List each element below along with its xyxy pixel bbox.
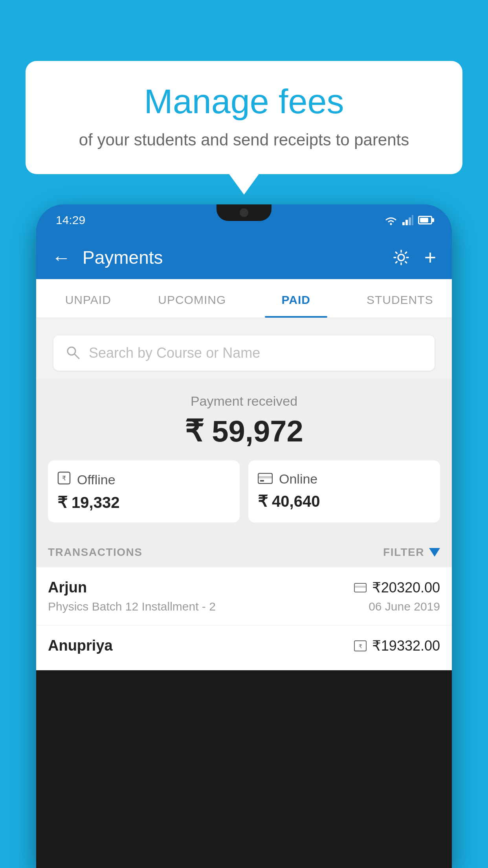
transaction-amount-wrap: ₹ ₹19332.00 xyxy=(354,638,440,654)
svg-text:₹: ₹ xyxy=(358,643,362,649)
phone-screen: UNPAID UPCOMING PAID STUDENTS xyxy=(36,279,452,670)
phone-frame: 14:29 ← Pay xyxy=(36,204,452,868)
svg-rect-12 xyxy=(260,480,264,482)
tabs-bar: UNPAID UPCOMING PAID STUDENTS xyxy=(36,279,452,318)
transactions-label: TRANSACTIONS xyxy=(48,546,142,559)
svg-text:₹: ₹ xyxy=(62,475,66,482)
bubble-title: Manage fees xyxy=(49,83,439,121)
transaction-name: Arjun xyxy=(48,579,87,596)
payment-summary: Payment received ₹ 59,972 ₹ Offline xyxy=(36,379,452,534)
app-header: ← Payments + xyxy=(36,236,452,279)
speech-bubble: Manage fees of your students and send re… xyxy=(26,61,462,174)
transaction-date: 06 June 2019 xyxy=(369,600,440,613)
search-bar[interactable]: Search by Course or Name xyxy=(53,335,435,371)
tab-paid[interactable]: PAID xyxy=(244,279,348,318)
status-time: 14:29 xyxy=(56,213,85,227)
offline-label: Offline xyxy=(77,472,116,487)
back-button[interactable]: ← xyxy=(52,247,71,268)
battery-icon xyxy=(418,216,432,224)
search-placeholder: Search by Course or Name xyxy=(89,345,260,361)
status-bar: 14:29 xyxy=(36,204,452,236)
offline-card: ₹ Offline ₹ 19,332 xyxy=(48,460,240,522)
svg-rect-14 xyxy=(354,586,366,588)
transaction-amount: ₹19332.00 xyxy=(372,638,440,654)
transactions-header: TRANSACTIONS FILTER xyxy=(36,534,452,567)
filter-triangle-icon xyxy=(429,548,440,557)
svg-rect-1 xyxy=(402,222,405,225)
payment-cards: ₹ Offline ₹ 19,332 xyxy=(48,460,440,522)
offline-icon: ₹ xyxy=(57,471,71,488)
add-button[interactable]: + xyxy=(424,246,436,269)
offline-amount: ₹ 19,332 xyxy=(57,493,230,511)
search-icon xyxy=(65,345,80,361)
tab-unpaid[interactable]: UNPAID xyxy=(36,279,140,318)
notch xyxy=(216,204,272,221)
signal-icon xyxy=(402,215,413,225)
tab-students[interactable]: STUDENTS xyxy=(348,279,452,318)
rupee-payment-icon: ₹ xyxy=(354,640,367,651)
svg-point-5 xyxy=(398,254,404,261)
svg-rect-3 xyxy=(409,217,411,225)
filter-button[interactable]: FILTER xyxy=(383,546,440,559)
svg-rect-4 xyxy=(412,215,413,225)
transaction-amount-wrap: ₹20320.00 xyxy=(354,579,440,596)
payment-amount: ₹ 59,972 xyxy=(48,414,440,449)
tab-upcoming[interactable]: UPCOMING xyxy=(140,279,244,318)
transaction-detail: Physics Batch 12 Installment - 2 xyxy=(48,600,216,613)
svg-rect-11 xyxy=(258,476,272,478)
transaction-row[interactable]: Anupriya ₹ ₹19332.00 xyxy=(36,625,452,670)
svg-line-7 xyxy=(75,354,79,359)
status-icons xyxy=(384,215,432,225)
online-card: Online ₹ 40,640 xyxy=(248,460,440,522)
speech-bubble-container: Manage fees of your students and send re… xyxy=(26,61,462,174)
online-label: Online xyxy=(279,471,317,487)
svg-rect-2 xyxy=(405,220,408,225)
svg-point-0 xyxy=(390,223,392,225)
bubble-subtitle: of your students and send receipts to pa… xyxy=(49,129,439,151)
transaction-row[interactable]: Arjun ₹20320.00 Physics Batch 12 Install… xyxy=(36,567,452,625)
notch-camera xyxy=(240,208,248,217)
payment-label: Payment received xyxy=(48,394,440,409)
transaction-amount: ₹20320.00 xyxy=(372,579,440,596)
header-title: Payments xyxy=(83,247,380,268)
card-payment-icon xyxy=(354,583,367,592)
transaction-name: Anupriya xyxy=(48,637,113,654)
online-amount: ₹ 40,640 xyxy=(258,492,431,510)
online-icon xyxy=(258,473,273,485)
wifi-icon xyxy=(384,215,398,225)
settings-icon[interactable] xyxy=(392,248,410,267)
header-icons: + xyxy=(392,246,436,269)
